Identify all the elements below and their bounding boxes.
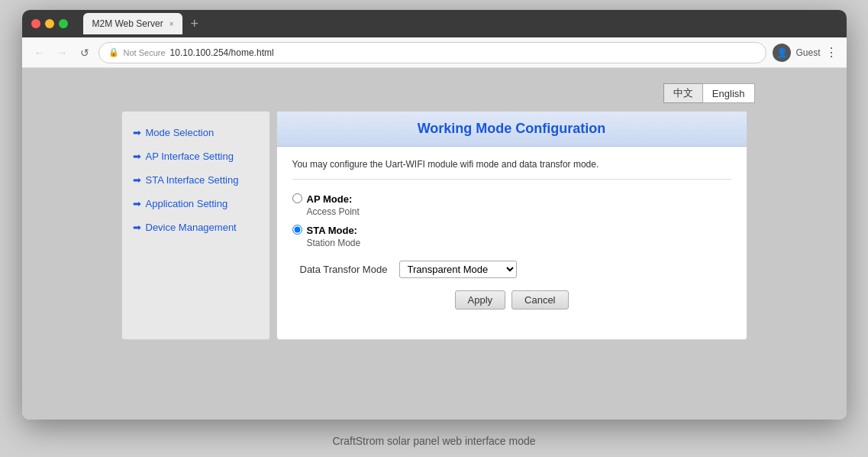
sidebar-item-label: AP Interface Setting bbox=[146, 151, 234, 162]
profile-icon-symbol: 👤 bbox=[776, 47, 788, 58]
arrow-icon: ➡ bbox=[133, 127, 141, 138]
sidebar-item-mode-selection[interactable]: ➡ Mode Selection bbox=[122, 121, 269, 144]
new-tab-button[interactable]: + bbox=[186, 16, 203, 32]
ap-mode-label[interactable]: AP Mode: Access Point bbox=[307, 192, 360, 217]
sidebar-item-label: STA Interface Setting bbox=[146, 174, 239, 186]
arrow-icon: ➡ bbox=[133, 222, 141, 233]
content-body: You may configure the Uart-WIFI module w… bbox=[277, 147, 747, 322]
not-secure-label: Not Secure bbox=[124, 48, 166, 57]
arrow-icon: ➡ bbox=[133, 151, 141, 162]
sidebar-item-sta-interface-setting[interactable]: ➡ STA Interface Setting bbox=[122, 168, 269, 192]
sta-mode-label[interactable]: STA Mode: Station Mode bbox=[307, 223, 361, 248]
profile-label: Guest bbox=[795, 47, 820, 58]
sidebar-item-application-setting[interactable]: ➡ Application Setting bbox=[122, 192, 269, 216]
sidebar: ➡ Mode Selection ➡ AP Interface Setting … bbox=[121, 111, 270, 340]
data-transfor-row: Data Transfor Mode Transparent Mode bbox=[300, 261, 731, 278]
content-title: Working Mode Configuration bbox=[292, 121, 731, 137]
sidebar-item-ap-interface-setting[interactable]: ➡ AP Interface Setting bbox=[122, 144, 269, 168]
sidebar-item-label: Application Setting bbox=[146, 198, 228, 209]
mode-radio-group: AP Mode: Access Point STA Mode: Station … bbox=[292, 192, 731, 248]
tab-bar: M2M Web Server × + bbox=[83, 13, 204, 34]
active-tab[interactable]: M2M Web Server × bbox=[83, 13, 183, 34]
refresh-button[interactable]: ↺ bbox=[77, 44, 92, 62]
content-header: Working Mode Configuration bbox=[277, 112, 747, 147]
tab-title: M2M Web Server bbox=[92, 18, 163, 29]
caption-text: CraftStrom solar panel web interface mod… bbox=[332, 435, 535, 447]
sidebar-item-label: Device Management bbox=[146, 222, 237, 233]
lock-icon: 🔒 bbox=[108, 47, 119, 57]
sidebar-item-label: Mode Selection bbox=[146, 127, 215, 138]
apply-button[interactable]: Apply bbox=[455, 290, 506, 310]
data-transfor-label: Data Transfor Mode bbox=[300, 264, 392, 275]
cancel-button[interactable]: Cancel bbox=[511, 290, 568, 310]
english-lang-button[interactable]: English bbox=[702, 83, 755, 103]
title-bar: M2M Web Server × + bbox=[22, 10, 847, 37]
address-bar: ← → ↺ 🔒 Not Secure 10.10.100.254/home.ht… bbox=[22, 37, 847, 68]
button-row: Apply Cancel bbox=[292, 290, 731, 310]
ap-mode-radio[interactable] bbox=[292, 193, 302, 203]
arrow-icon: ➡ bbox=[133, 198, 141, 209]
chinese-lang-button[interactable]: 中文 bbox=[663, 83, 702, 103]
sta-mode-subtitle: Station Mode bbox=[307, 238, 361, 248]
content-area: Working Mode Configuration You may confi… bbox=[276, 111, 747, 340]
data-transfor-select[interactable]: Transparent Mode bbox=[399, 261, 517, 278]
ap-mode-option: AP Mode: Access Point bbox=[292, 192, 731, 217]
caption: CraftStrom solar panel web interface mod… bbox=[332, 435, 535, 447]
sta-mode-title: STA Mode: bbox=[307, 225, 357, 236]
maximize-window-button[interactable] bbox=[59, 19, 68, 28]
language-row: 中文 English bbox=[22, 83, 847, 103]
tab-close-button[interactable]: × bbox=[169, 20, 174, 28]
browser-menu-button[interactable]: ⋮ bbox=[825, 45, 837, 60]
profile-area: 👤 Guest ⋮ bbox=[773, 44, 837, 62]
browser-window: M2M Web Server × + ← → ↺ 🔒 Not Secure 10… bbox=[22, 10, 847, 420]
ap-mode-title: AP Mode: bbox=[307, 193, 353, 205]
page-content: 中文 English ➡ Mode Selection ➡ AP Interfa… bbox=[22, 68, 847, 420]
arrow-icon: ➡ bbox=[133, 174, 141, 186]
traffic-lights bbox=[31, 19, 68, 28]
back-button[interactable]: ← bbox=[31, 44, 48, 62]
minimize-window-button[interactable] bbox=[45, 19, 54, 28]
sta-mode-radio[interactable] bbox=[292, 225, 302, 235]
description-text: You may configure the Uart-WIFI module w… bbox=[292, 159, 731, 180]
url-bar[interactable]: 🔒 Not Secure 10.10.100.254/home.html bbox=[98, 42, 767, 63]
ap-mode-subtitle: Access Point bbox=[307, 206, 360, 217]
profile-icon[interactable]: 👤 bbox=[773, 44, 791, 62]
url-text: 10.10.100.254/home.html bbox=[170, 47, 274, 58]
main-panel: ➡ Mode Selection ➡ AP Interface Setting … bbox=[121, 111, 747, 340]
close-window-button[interactable] bbox=[31, 19, 40, 28]
forward-button[interactable]: → bbox=[54, 44, 71, 62]
sidebar-item-device-management[interactable]: ➡ Device Management bbox=[122, 216, 269, 239]
sta-mode-option: STA Mode: Station Mode bbox=[292, 223, 731, 248]
